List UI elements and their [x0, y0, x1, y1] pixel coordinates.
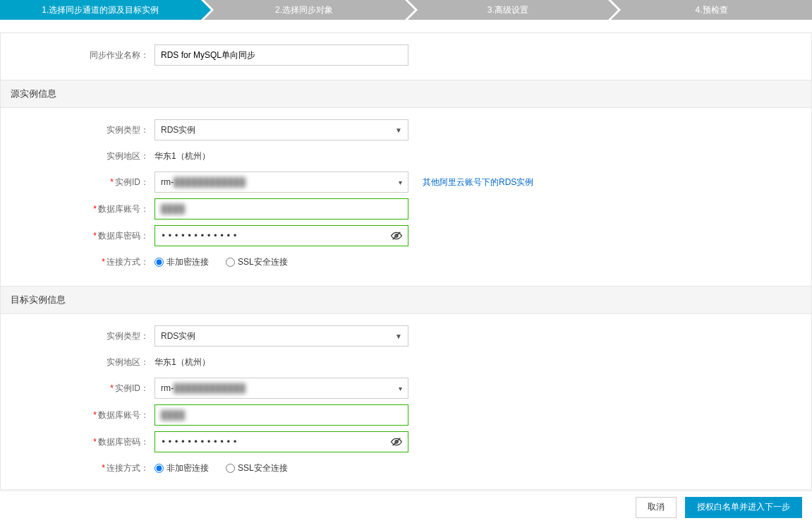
source-region-label: 实例地区：: [1, 150, 154, 162]
target-conn-radio-group: 非加密连接 SSL安全连接: [154, 462, 811, 474]
target-conn-radio-plain[interactable]: 非加密连接: [154, 462, 209, 474]
target-account-value: ████: [161, 410, 185, 420]
chevron-down-icon: ▼: [395, 126, 402, 134]
target-password-label: *数据库密码：: [1, 436, 154, 448]
next-button[interactable]: 授权白名单并进入下一步: [685, 497, 802, 518]
step-3[interactable]: 3.高级设置: [408, 0, 609, 20]
source-password-label: *数据库密码：: [1, 230, 154, 242]
source-type-label: 实例类型：: [1, 124, 154, 136]
source-conn-radio-plain[interactable]: 非加密连接: [154, 256, 209, 268]
step-indicator: 1.选择同步通道的源及目标实例 2.选择同步对象 3.高级设置 4.预检查: [0, 0, 812, 20]
target-account-input[interactable]: ████: [154, 404, 408, 426]
chevron-down-icon: ▼: [395, 332, 402, 340]
target-id-label: *实例ID：: [1, 383, 154, 395]
step-3-label: 3.高级设置: [487, 4, 528, 16]
target-conn-radio-ssl[interactable]: SSL安全连接: [226, 462, 288, 474]
job-name-row: 同步作业名称：: [1, 42, 811, 68]
target-section-body: 实例类型： RDS实例 ▼ 实例地区： 华东1（杭州） *实例ID： rm-██…: [1, 314, 811, 483]
form-container: 同步作业名称： 源实例信息 实例类型： RDS实例 ▼ 实例地区： 华东1（杭州…: [0, 32, 812, 490]
step-2[interactable]: 2.选择同步对象: [204, 0, 405, 20]
source-id-value: rm-████████████: [161, 177, 246, 187]
target-section-header: 目标实例信息: [1, 286, 811, 314]
target-id-combo[interactable]: rm-████████████ ▾: [154, 378, 408, 399]
source-id-label: *实例ID：: [1, 176, 154, 188]
step-4[interactable]: 4.预检查: [611, 0, 812, 20]
source-type-value: RDS实例: [161, 124, 195, 136]
source-conn-radio-ssl[interactable]: SSL安全连接: [226, 256, 288, 268]
source-account-input[interactable]: ████: [154, 198, 408, 220]
source-region-value: 华东1（杭州）: [154, 150, 210, 162]
target-id-value: rm-████████████: [161, 383, 246, 393]
source-id-combo[interactable]: rm-████████████ ▾: [154, 172, 408, 193]
target-conn-label: *连接方式：: [1, 462, 154, 474]
source-account-label: *数据库账号：: [1, 203, 154, 215]
job-name-input[interactable]: [154, 44, 408, 66]
footer-bar: 取消 授权白名单并进入下一步: [0, 491, 812, 523]
eye-icon[interactable]: [391, 436, 402, 447]
source-conn-label: *连接方式：: [1, 256, 154, 268]
source-password-value: ••••••••••••: [161, 231, 239, 241]
eye-icon[interactable]: [391, 230, 402, 241]
source-password-input[interactable]: ••••••••••••: [154, 225, 408, 246]
chevron-down-icon: ▾: [399, 385, 402, 392]
chevron-down-icon: ▾: [399, 179, 402, 186]
target-password-value: ••••••••••••: [161, 437, 239, 447]
source-account-value: ████: [161, 204, 185, 214]
step-1-label: 1.选择同步通道的源及目标实例: [42, 4, 159, 16]
target-type-value: RDS实例: [161, 330, 195, 342]
job-name-field[interactable]: [161, 45, 402, 65]
step-2-label: 2.选择同步对象: [275, 4, 333, 16]
target-type-label: 实例类型：: [1, 330, 154, 342]
source-conn-radio-group: 非加密连接 SSL安全连接: [154, 256, 811, 268]
step-1[interactable]: 1.选择同步通道的源及目标实例: [0, 0, 201, 20]
source-section-header: 源实例信息: [1, 80, 811, 108]
step-4-label: 4.预检查: [696, 4, 728, 16]
target-region-value: 华东1（杭州）: [154, 356, 210, 368]
target-account-label: *数据库账号：: [1, 409, 154, 421]
job-name-label: 同步作业名称：: [1, 49, 154, 61]
source-section-body: 实例类型： RDS实例 ▼ 实例地区： 华东1（杭州） *实例ID： rm-██…: [1, 108, 811, 277]
target-region-label: 实例地区：: [1, 356, 154, 368]
source-type-select[interactable]: RDS实例 ▼: [154, 119, 408, 140]
target-type-select[interactable]: RDS实例 ▼: [154, 325, 408, 347]
target-password-input[interactable]: ••••••••••••: [154, 431, 408, 452]
other-account-link[interactable]: 其他阿里云账号下的RDS实例: [423, 176, 533, 188]
cancel-button[interactable]: 取消: [636, 497, 677, 518]
